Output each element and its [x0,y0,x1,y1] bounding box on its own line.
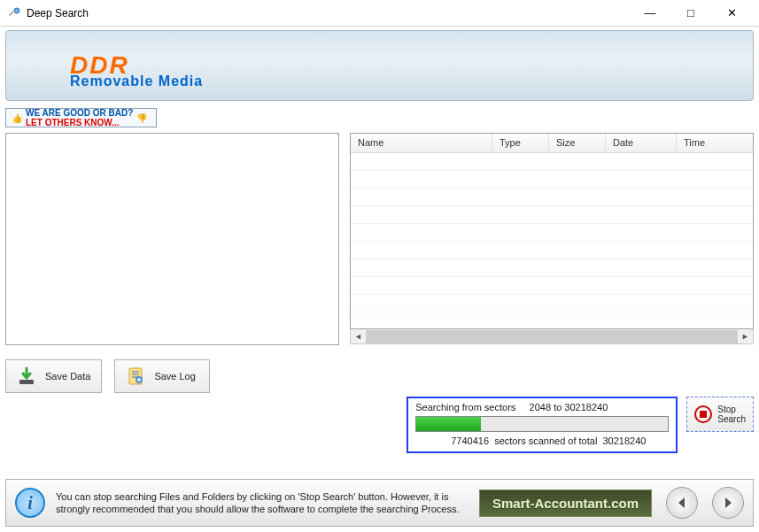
minimize-button[interactable]: — [630,0,670,27]
svg-rect-1 [9,11,13,15]
scroll-thumb[interactable] [366,330,738,343]
file-list-pane[interactable]: Name Type Size Date Time [350,133,754,329]
footer-bar: i You can stop searching Files and Folde… [5,479,754,527]
list-row [351,206,753,224]
progress-fill [416,417,481,431]
col-size[interactable]: Size [549,134,606,152]
progress-total: 30218240 [602,436,646,446]
save-log-button[interactable]: Save Log [114,359,210,393]
list-row [351,171,753,189]
info-icon: i [15,488,45,518]
stop-label-1: Stop [717,405,736,414]
nav-forward-button[interactable] [712,487,744,519]
feedback-line2: LET OTHERS KNOW... [26,118,120,127]
progress-range: 2048 to 30218240 [530,402,608,412]
svg-point-0 [14,8,19,13]
footer-message: You can stop searching Files and Folders… [56,490,469,515]
title-bar: Deep Search — □ ✕ [0,0,759,27]
list-row [351,189,753,206]
save-log-label: Save Log [154,371,195,382]
save-data-label: Save Data [45,371,90,382]
file-list-rows [351,153,753,312]
progress-label-prefix: Searching from sectors [415,402,515,412]
window-controls: — □ ✕ [630,0,752,27]
thumb-up-icon: 👍 [12,113,22,123]
list-row [351,224,753,242]
file-list-header: Name Type Size Date Time [351,134,753,153]
brand-banner: DDR Removable Media [5,30,754,101]
svg-rect-2 [19,380,34,384]
col-date[interactable]: Date [606,134,677,152]
progress-bar [415,416,669,432]
list-row [351,277,753,295]
scroll-right-button[interactable]: ► [738,330,753,343]
stop-icon [694,405,712,423]
nav-back-button[interactable] [666,487,698,519]
stop-label-2: Search [717,414,746,424]
app-icon [7,6,21,20]
horizontal-scrollbar[interactable]: ◄ ► [350,329,754,344]
log-file-icon [126,366,145,386]
progress-label: Searching from sectors 2048 to 30218240 [415,402,669,412]
download-icon [17,366,36,386]
thumb-down-icon: 👎 [136,113,147,123]
feedback-line1: WE ARE GOOD OR BAD? [26,108,133,118]
col-time[interactable]: Time [677,134,753,152]
scroll-left-button[interactable]: ◄ [351,330,366,343]
list-row [351,259,753,277]
window-title: Deep Search [27,7,630,19]
list-row [351,295,753,312]
maximize-button[interactable]: □ [670,0,711,27]
feedback-banner[interactable]: 👍 WE ARE GOOD OR BAD? LET OTHERS KNOW...… [5,108,754,127]
folder-tree-pane[interactable] [5,133,339,345]
close-button[interactable]: ✕ [711,0,752,27]
progress-status-mid: sectors scanned of total [494,436,597,446]
stop-search-button[interactable]: Stop Search [686,397,754,432]
smart-accountant-link[interactable]: Smart-Accountant.com [479,490,652,517]
progress-scanned: 7740416 [451,436,489,446]
progress-status: 7740416 sectors scanned of total 3021824… [415,436,669,446]
brand-subtitle: Removable Media [70,73,203,89]
list-row [351,153,753,171]
save-data-button[interactable]: Save Data [5,359,102,393]
col-type[interactable]: Type [492,134,549,152]
progress-panel: Searching from sectors 2048 to 30218240 … [407,397,678,453]
list-row [351,242,753,259]
scroll-track[interactable] [366,330,738,343]
col-name[interactable]: Name [351,134,492,152]
